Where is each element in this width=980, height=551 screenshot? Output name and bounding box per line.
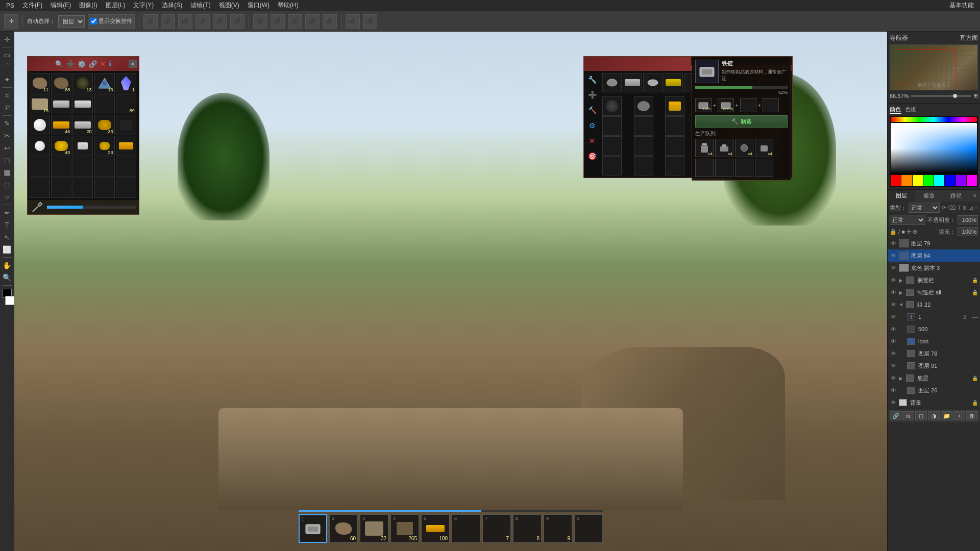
tool-shape[interactable]: ⬜ xyxy=(2,244,13,255)
inv-slot-29[interactable] xyxy=(94,178,115,198)
inv-slot-27[interactable] xyxy=(51,178,71,198)
inv-slot-19[interactable]: 23 xyxy=(94,136,115,156)
layer-visibility-500[interactable]: 👁 xyxy=(890,325,897,333)
menu-image[interactable]: 图像(I) xyxy=(75,0,101,11)
craft-slot-r1c1[interactable] xyxy=(602,96,622,116)
tool-clone[interactable]: ✂ xyxy=(2,130,13,141)
inv-slot-10[interactable]: 89 xyxy=(116,94,136,114)
menu-view[interactable]: 视图(V) xyxy=(215,0,243,11)
inv-slot-25[interactable] xyxy=(116,157,136,177)
layer-visibility-79[interactable]: 👁 xyxy=(890,240,897,247)
craft-slot-r4c2[interactable] xyxy=(634,156,653,176)
inv-slot-14[interactable]: 33 xyxy=(94,115,115,135)
inv-slot-8[interactable] xyxy=(72,94,93,114)
tool-marquee[interactable]: ▭ xyxy=(2,49,13,61)
background-color[interactable] xyxy=(5,296,14,305)
zoom-expand-icon[interactable]: ⊞ xyxy=(973,92,978,99)
tool-history[interactable]: ↩ xyxy=(2,142,13,154)
layer-visibility-26[interactable]: 👁 xyxy=(890,387,897,394)
layer-visibility-color3[interactable]: 👁 xyxy=(890,264,897,271)
menu-select[interactable]: 选择(S) xyxy=(158,0,186,11)
group-toggle-22[interactable]: ▼ xyxy=(899,302,904,308)
tool-eraser[interactable]: ◻ xyxy=(2,155,13,166)
swatch-yellow[interactable] xyxy=(913,175,923,186)
tool-move[interactable]: ✛ xyxy=(2,34,13,45)
tool-path-select[interactable]: ↖ xyxy=(2,232,13,243)
tool-lasso[interactable]: ⌒ xyxy=(2,62,13,73)
prod-slot-1[interactable]: ×4 xyxy=(695,139,714,157)
craft-top-1[interactable] xyxy=(602,73,622,92)
group-toggle-bg[interactable]: ▶ xyxy=(899,375,904,381)
inv-slot-28[interactable] xyxy=(72,178,93,198)
layers-tab-layers[interactable]: 图层 xyxy=(888,190,915,202)
menu-file[interactable]: 文件(F) xyxy=(18,0,46,11)
layer-visibility-background[interactable]: 👁 xyxy=(890,399,897,406)
opacity-input[interactable] xyxy=(958,215,978,224)
hotbar-slot-1[interactable]: 1 xyxy=(299,514,327,543)
prod-slot-2[interactable]: ×4 xyxy=(715,139,733,157)
distribute1[interactable]: ⬛ xyxy=(253,14,267,29)
tool-eyedropper[interactable]: 𝓟 xyxy=(2,102,13,113)
layer-row-500[interactable]: 👁 500 xyxy=(888,323,980,335)
tool-pen[interactable]: ✒ xyxy=(2,207,13,218)
layer-row-color3[interactable]: 👁 底色 副本 3 xyxy=(888,262,980,274)
hotbar-slot-7[interactable]: 7 7 xyxy=(482,514,511,543)
craft-tool-icon[interactable]: 🔧 xyxy=(585,73,599,86)
menu-edit[interactable]: 编辑(E) xyxy=(46,0,75,11)
hotbar-slot-3[interactable]: 3 32 xyxy=(360,514,388,543)
layer-visibility-icon[interactable]: 👁 xyxy=(890,338,897,345)
zoom-slider[interactable] xyxy=(911,95,971,97)
distribute4[interactable]: ⬛ xyxy=(305,14,320,29)
inv-slot-16[interactable] xyxy=(30,136,50,156)
layers-collapse-btn[interactable]: ≡ xyxy=(970,190,980,202)
auto-select-dropdown[interactable]: 图层 xyxy=(58,15,85,28)
navigator-minimap[interactable]: 咬定广告参体 3 xyxy=(890,44,978,90)
craft-hammer-icon[interactable]: 🔨 xyxy=(585,104,599,117)
prod-slot-4[interactable]: ×4 xyxy=(755,139,773,157)
show-transform-btn[interactable]: 显示变换控件 xyxy=(88,14,135,29)
group-toggle-shelf[interactable]: ▶ xyxy=(899,278,904,283)
layer-row-79[interactable]: 👁 图层 79 xyxy=(888,237,980,249)
recipe-slot-3[interactable] xyxy=(740,98,756,112)
align-top[interactable]: ⬛ xyxy=(195,14,210,29)
layer-visibility-craft-all[interactable]: 👁 xyxy=(890,289,897,296)
menu-filter[interactable]: 滤镜(T) xyxy=(186,0,214,11)
craft-slot-r3c2[interactable] xyxy=(634,136,653,156)
tool-type[interactable]: T xyxy=(2,219,13,231)
layer-adj-btn[interactable]: ◑ xyxy=(928,411,940,420)
craft-top-3[interactable] xyxy=(643,73,663,92)
inv-slot-15[interactable] xyxy=(116,115,136,135)
inv-slot-18[interactable] xyxy=(72,136,93,156)
move-tool[interactable]: ✛ xyxy=(4,14,18,29)
swatch-blue[interactable] xyxy=(945,175,955,186)
align-center[interactable]: ⬛ xyxy=(161,14,175,29)
inv-slot-3[interactable]: 13 xyxy=(72,73,93,93)
menu-window[interactable]: 窗口(W) xyxy=(243,0,274,11)
extra2[interactable]: ⬛ xyxy=(363,14,377,29)
inv-slot-21[interactable] xyxy=(30,157,50,177)
layer-row-background[interactable]: 👁 背景 🔒 xyxy=(888,396,980,409)
layer-visibility-84[interactable]: 👁 xyxy=(890,252,897,259)
layer-visibility-91[interactable]: 👁 xyxy=(890,362,897,369)
prod-slot-8[interactable] xyxy=(755,159,773,177)
hotbar-slot-6[interactable]: 6 xyxy=(452,514,480,543)
craft-gear-icon[interactable]: ⚙ xyxy=(585,119,599,132)
transform-checkbox[interactable] xyxy=(90,18,97,24)
prod-slot-5[interactable] xyxy=(695,159,714,177)
layer-row-craft-all[interactable]: 👁 ▶ 制造栏 all 🔒 xyxy=(888,286,980,298)
inv-slot-22[interactable] xyxy=(51,157,71,177)
recipe-slot-4[interactable] xyxy=(763,98,779,112)
menu-ps[interactable]: PS xyxy=(2,1,18,10)
layer-row-91[interactable]: 👁 图层 91 xyxy=(888,360,980,372)
tool-crop[interactable]: ⌗ xyxy=(2,90,13,101)
inv-slot-4[interactable]: 13 xyxy=(94,73,115,93)
inv-slot-1[interactable]: 11 xyxy=(30,73,50,93)
layer-visibility-shelf[interactable]: 👁 xyxy=(890,277,897,284)
blend-mode-select[interactable]: 正常 xyxy=(909,203,940,213)
align-right[interactable]: ⬛ xyxy=(178,14,192,29)
align-bottom[interactable]: ⬛ xyxy=(230,14,244,29)
inv-slot-2[interactable]: 68 xyxy=(51,73,71,93)
inv-slot-11[interactable] xyxy=(30,115,50,135)
workspace-btn[interactable]: 基本功能 xyxy=(945,0,978,11)
layers-tab-paths[interactable]: 路径 xyxy=(942,190,970,202)
